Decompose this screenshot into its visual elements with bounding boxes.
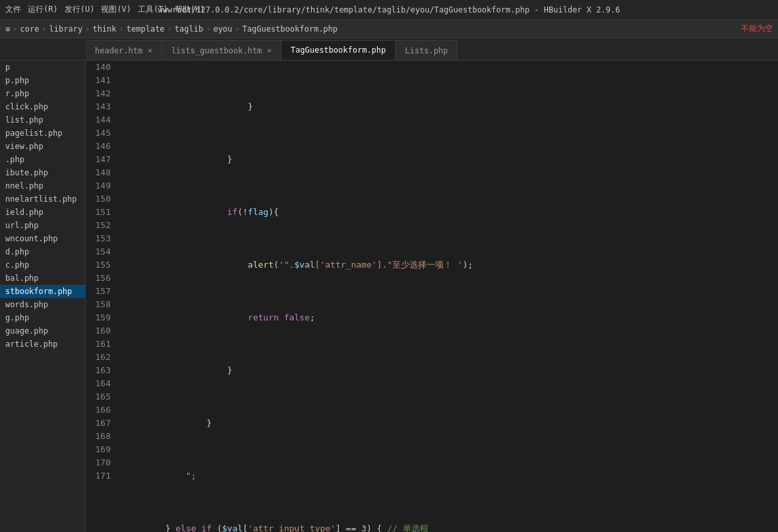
sidebar-item-13[interactable]: wncount.php <box>0 232 85 245</box>
breadcrumb-file[interactable]: TagGuestbookform.php <box>243 24 338 34</box>
tab-lists-guestbook-label: lists_guestbook.htm <box>171 46 262 55</box>
sidebar-item-12[interactable]: url.php <box>0 219 85 232</box>
sidebar-item-2[interactable]: r.php <box>0 87 85 100</box>
sidebar-item-14[interactable]: d.php <box>0 245 85 258</box>
tab-bar: header.htm ✕ lists_guestbook.htm ✕ TagGu… <box>0 38 778 61</box>
code-line-141: } <box>124 153 778 166</box>
tab-lists[interactable]: Lists.php <box>396 40 458 60</box>
tab-lists-guestbook-close[interactable]: ✕ <box>267 46 272 55</box>
menu-run[interactable]: 运行(R) <box>28 4 58 15</box>
line-numbers: 140 141 142 143 144 145 146 147 148 149 … <box>86 61 119 532</box>
menu-file[interactable]: 文件 <box>5 4 21 15</box>
main-layout: p p.php r.php click.php list.php pagelis… <box>0 61 778 532</box>
tab-tagguestbookform[interactable]: TagGuestbookform.php <box>282 40 396 60</box>
code-line-148: } else if ($val['attr_input_type'] == 3)… <box>124 522 778 532</box>
window-title: wwwroot/127.0.0.2/core/library/think/tem… <box>158 5 620 15</box>
breadcrumb-bar: ≡ › core › library › think › template › … <box>0 20 778 38</box>
sidebar-item-7[interactable]: .php <box>0 153 85 166</box>
breadcrumb-home[interactable]: ≡ <box>5 24 10 34</box>
sidebar-item-10[interactable]: nnelartlist.php <box>0 192 85 206</box>
menu-bar[interactable]: 文件 运行(R) 发行(U) 视图(V) 工具(T) 帮助(H) <box>5 4 204 15</box>
title-bar: 文件 运行(R) 发行(U) 视图(V) 工具(T) 帮助(H) wwwroot… <box>0 0 778 20</box>
code-line-142: if(!flag){ <box>124 206 778 219</box>
code-line-143: alert('".$val['attr_name']."至少选择一项！ '); <box>124 258 778 272</box>
sidebar: p p.php r.php click.php list.php pagelis… <box>0 61 86 532</box>
tab-tagguestbookform-label: TagGuestbookform.php <box>291 45 386 55</box>
breadcrumb-template[interactable]: template <box>127 24 165 34</box>
code-editor: 140 141 142 143 144 145 146 147 148 149 … <box>86 61 778 532</box>
tab-lists-guestbook[interactable]: lists_guestbook.htm ✕ <box>162 40 282 60</box>
sidebar-item-1[interactable]: p.php <box>0 74 85 87</box>
menu-view[interactable]: 视图(V) <box>101 4 131 15</box>
sidebar-item-9[interactable]: nnel.php <box>0 179 85 192</box>
sidebar-item-11[interactable]: ield.php <box>0 206 85 219</box>
breadcrumb-library[interactable]: library <box>49 24 83 34</box>
sidebar-item-15[interactable]: c.php <box>0 258 85 272</box>
sidebar-item-4[interactable]: list.php <box>0 113 85 127</box>
code-line-140: } <box>124 100 778 113</box>
validation-message: 不能为空 <box>741 23 773 34</box>
sidebar-item-0[interactable]: p <box>0 61 85 74</box>
sidebar-item-17[interactable]: stbookform.php <box>0 285 85 298</box>
code-line-147: "; <box>124 469 778 483</box>
code-line-146: } <box>124 417 778 430</box>
sidebar-item-6[interactable]: view.php <box>0 140 85 153</box>
tab-header-label: header.htm <box>95 46 142 55</box>
menu-publish[interactable]: 发行(U) <box>65 4 95 15</box>
sidebar-item-21[interactable]: article.php <box>0 338 85 351</box>
sidebar-item-3[interactable]: click.php <box>0 100 85 113</box>
menu-tools[interactable]: 工具(T) <box>138 4 168 15</box>
sidebar-item-20[interactable]: guage.php <box>0 324 85 338</box>
breadcrumb-taglib[interactable]: taglib <box>175 24 203 34</box>
tab-header[interactable]: header.htm ✕ <box>86 40 162 60</box>
tab-header-close[interactable]: ✕ <box>148 46 152 55</box>
menu-help[interactable]: 帮助(H) <box>175 4 205 15</box>
code-line-145: } <box>124 364 778 377</box>
sidebar-item-8[interactable]: ibute.php <box>0 166 85 179</box>
code-line-144: return false; <box>124 311 778 324</box>
sidebar-item-5[interactable]: pagelist.php <box>0 127 85 140</box>
tab-lists-label: Lists.php <box>405 46 448 55</box>
sidebar-item-19[interactable]: g.php <box>0 311 85 324</box>
breadcrumb-core[interactable]: core <box>20 24 39 34</box>
breadcrumb-think[interactable]: think <box>92 24 116 34</box>
sidebar-item-18[interactable]: words.php <box>0 298 85 311</box>
editor-area[interactable]: 140 141 142 143 144 145 146 147 148 149 … <box>86 61 778 532</box>
code-content: } } if(!flag){ alert('".$val['attr_name'… <box>119 61 778 532</box>
breadcrumb-eyou[interactable]: eyou <box>213 24 232 34</box>
sidebar-item-16[interactable]: bal.php <box>0 272 85 285</box>
